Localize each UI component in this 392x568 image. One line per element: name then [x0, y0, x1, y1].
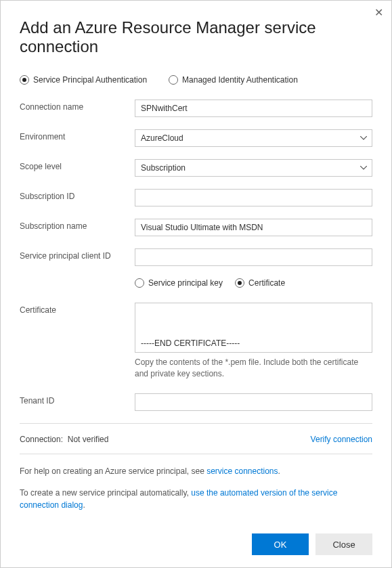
auth-method-radios: Service Principal Authentication Managed… [20, 75, 372, 85]
scope-level-select[interactable] [135, 159, 372, 177]
certificate-textarea[interactable]: -----END CERTIFICATE----- [135, 303, 372, 353]
subscription-id-label: Subscription ID [20, 189, 135, 201]
radio-label: Service principal key [148, 278, 223, 288]
verify-connection-link[interactable]: Verify connection [311, 435, 372, 444]
service-connections-link[interactable]: service connections [206, 466, 278, 476]
sp-client-id-label: Service principal client ID [20, 248, 135, 261]
radio-icon [135, 278, 144, 288]
close-icon[interactable]: ✕ [374, 6, 383, 19]
radio-label: Managed Identity Authentication [182, 75, 298, 85]
close-button[interactable]: Close [315, 533, 372, 555]
dialog-title: Add an Azure Resource Manager service co… [20, 18, 372, 56]
sp-client-id-input[interactable] [135, 248, 372, 266]
subscription-name-label: Subscription name [20, 219, 135, 231]
help2-prefix: To create a new service principal automa… [20, 488, 191, 498]
radio-label: Service Principal Authentication [33, 75, 147, 85]
certificate-content-tail: -----END CERTIFICATE----- [141, 338, 366, 348]
help1-suffix: . [278, 466, 280, 476]
connection-status: Connection: Not verified [20, 435, 108, 444]
connection-name-label: Connection name [20, 100, 135, 112]
radio-icon [169, 75, 178, 85]
radio-label: Certificate [248, 278, 285, 288]
connection-name-input[interactable] [135, 100, 372, 117]
help-paragraph-1: For help on creating an Azure service pr… [20, 465, 372, 477]
dialog-footer: OK Close [252, 533, 372, 555]
tenant-id-input[interactable] [135, 393, 372, 411]
radio-certificate[interactable]: Certificate [235, 278, 285, 288]
subscription-id-input[interactable] [135, 189, 372, 206]
radio-managed-identity-auth[interactable]: Managed Identity Authentication [169, 75, 298, 85]
divider [20, 454, 372, 454]
certificate-help-text: Copy the contents of the *.pem file. Inc… [135, 357, 372, 380]
environment-label: Environment [20, 129, 135, 141]
subscription-name-input[interactable] [135, 219, 372, 236]
status-prefix: Connection: [20, 435, 63, 444]
tenant-id-label: Tenant ID [20, 393, 135, 406]
help2-suffix: . [83, 500, 85, 510]
radio-sp-key[interactable]: Service principal key [135, 278, 223, 288]
certificate-label: Certificate [20, 303, 135, 315]
environment-select[interactable] [135, 129, 372, 147]
status-value: Not verified [68, 435, 109, 444]
help1-prefix: For help on creating an Azure service pr… [20, 466, 206, 476]
radio-icon [20, 75, 29, 85]
ok-button[interactable]: OK [252, 533, 309, 555]
radio-icon [235, 278, 244, 288]
help-paragraph-2: To create a new service principal automa… [20, 487, 372, 511]
scope-level-label: Scope level [20, 159, 135, 171]
divider [20, 423, 372, 424]
radio-service-principal-auth[interactable]: Service Principal Authentication [20, 75, 147, 85]
credential-type-spacer [20, 278, 135, 281]
credential-type-radios: Service principal key Certificate [135, 278, 372, 288]
